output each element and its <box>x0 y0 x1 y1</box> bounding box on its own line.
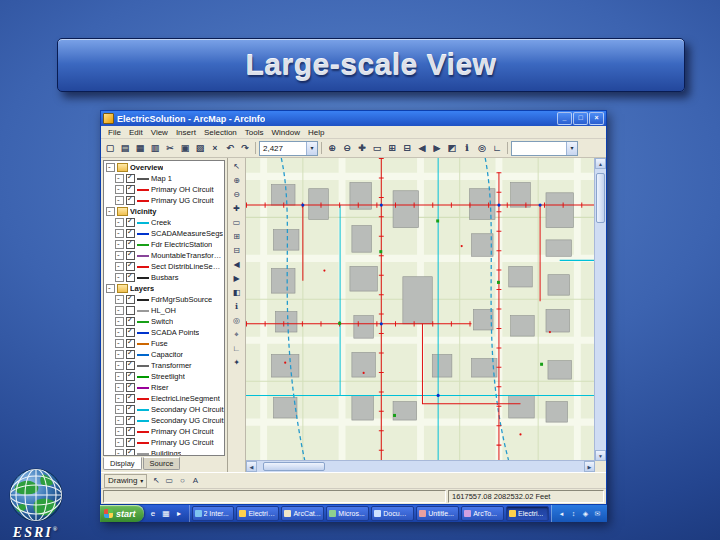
toc-row[interactable]: Riser <box>104 382 224 393</box>
toc-row[interactable]: Primary OH Circuit <box>104 426 224 437</box>
text-icon[interactable]: A <box>189 475 201 487</box>
taskbar-button[interactable]: Electric... <box>236 506 279 521</box>
layer-checkbox[interactable] <box>126 317 135 326</box>
layer-checkbox[interactable] <box>126 196 135 205</box>
mail-icon[interactable]: ✉ <box>593 509 602 518</box>
expander-icon[interactable] <box>106 284 115 293</box>
toc-row[interactable]: Buildings <box>104 448 224 456</box>
toc-tree[interactable]: Overview Map 1 <box>103 160 225 456</box>
back-tool[interactable]: ◀ <box>230 258 244 271</box>
layer-checkbox[interactable] <box>126 229 135 238</box>
layer-checkbox[interactable] <box>126 416 135 425</box>
menu-item[interactable]: Insert <box>172 128 200 137</box>
save-icon[interactable]: ▦ <box>133 141 147 155</box>
media-player-icon[interactable]: ▸ <box>174 508 185 519</box>
minimize-button[interactable]: _ <box>557 112 572 125</box>
copy-icon[interactable]: ▣ <box>178 141 192 155</box>
expander-icon[interactable] <box>115 328 124 337</box>
taskbar-button[interactable]: ArcCat... <box>281 506 324 521</box>
zoom-out-icon[interactable]: ⊖ <box>340 141 354 155</box>
open-folder-icon[interactable]: ▤ <box>118 141 132 155</box>
expander-icon[interactable] <box>115 383 124 392</box>
expander-icon[interactable] <box>115 394 124 403</box>
goto-xy-tool[interactable]: ⌖ <box>230 328 244 341</box>
undo-icon[interactable]: ↶ <box>223 141 237 155</box>
scroll-up-icon[interactable]: ▲ <box>595 158 606 169</box>
menu-item[interactable]: Tools <box>241 128 268 137</box>
delete-icon[interactable]: × <box>208 141 222 155</box>
expander-icon[interactable] <box>115 427 124 436</box>
layer-checkbox[interactable] <box>126 339 135 348</box>
expander-icon[interactable] <box>115 251 124 260</box>
expander-icon[interactable] <box>115 317 124 326</box>
toc-row[interactable]: Layers <box>104 283 224 294</box>
go-back-icon[interactable]: ◀ <box>415 141 429 155</box>
layer-checkbox[interactable] <box>126 438 135 447</box>
select-by-rectangle-tool[interactable]: ◧ <box>230 286 244 299</box>
expander-icon[interactable] <box>115 372 124 381</box>
scroll-track[interactable] <box>595 169 606 450</box>
expander-icon[interactable] <box>115 361 124 370</box>
pan-icon[interactable]: ✚ <box>355 141 369 155</box>
toc-row[interactable]: Capacitor <box>104 349 224 360</box>
expander-icon[interactable] <box>115 240 124 249</box>
toc-row[interactable]: Overview <box>104 162 224 173</box>
toc-row[interactable]: Primary UG Circuit <box>104 195 224 206</box>
expander-icon[interactable] <box>115 295 124 304</box>
tab-source[interactable]: Source <box>143 457 181 470</box>
select-features-icon[interactable]: ◩ <box>445 141 459 155</box>
antivirus-icon[interactable]: ◈ <box>581 509 590 518</box>
taskbar-button[interactable]: Electri... <box>506 506 549 521</box>
window-titlebar[interactable]: ElectricSolution - ArcMap - ArcInfo _ □ … <box>101 111 606 126</box>
network-icon[interactable]: ↕ <box>569 509 578 518</box>
paste-icon[interactable]: ▨ <box>193 141 207 155</box>
find-tool[interactable]: ◎ <box>230 314 244 327</box>
toc-row[interactable]: FdrMgrSubSource <box>104 294 224 305</box>
zoom-out-tool[interactable]: ⊖ <box>230 188 244 201</box>
expander-icon[interactable] <box>115 218 124 227</box>
identify-icon[interactable]: ℹ <box>460 141 474 155</box>
taskbar-button[interactable]: Untitle... <box>416 506 459 521</box>
menu-item[interactable]: Window <box>268 128 304 137</box>
taskbar-button[interactable]: Docum... <box>371 506 414 521</box>
toc-row[interactable]: Primary UG Circuit <box>104 437 224 448</box>
toc-row[interactable]: Vicinity <box>104 206 224 217</box>
layer-checkbox[interactable] <box>126 449 135 456</box>
layer-checkbox[interactable] <box>126 383 135 392</box>
maximize-button[interactable]: □ <box>573 112 588 125</box>
toc-row[interactable]: Transformer <box>104 360 224 371</box>
layer-checkbox[interactable] <box>126 251 135 260</box>
menu-item[interactable]: View <box>147 128 172 137</box>
menu-item[interactable]: Edit <box>125 128 147 137</box>
identify-tool[interactable]: ℹ <box>230 300 244 313</box>
layer-checkbox[interactable] <box>126 185 135 194</box>
layer-checkbox[interactable] <box>126 174 135 183</box>
chevron-down-icon[interactable]: ▾ <box>566 142 577 155</box>
scroll-down-icon[interactable]: ▼ <box>595 450 606 461</box>
expander-icon[interactable] <box>106 163 115 172</box>
toc-row[interactable]: Switch <box>104 316 224 327</box>
full-extent-icon[interactable]: ▭ <box>370 141 384 155</box>
layer-checkbox[interactable] <box>126 306 135 315</box>
toc-row[interactable]: HL_OH <box>104 305 224 316</box>
toc-row[interactable]: SCADAMeasureSegs <box>104 228 224 239</box>
expander-icon[interactable] <box>115 306 124 315</box>
tab-display[interactable]: Display <box>103 457 142 470</box>
toc-row[interactable]: Primary OH Circuit <box>104 184 224 195</box>
print-icon[interactable]: ▥ <box>148 141 162 155</box>
layer-checkbox[interactable] <box>126 350 135 359</box>
menu-item[interactable]: Help <box>304 128 328 137</box>
scale-combo[interactable]: 2,427 ▾ <box>259 141 318 156</box>
expander-icon[interactable] <box>115 350 124 359</box>
scroll-thumb[interactable] <box>263 462 325 471</box>
zoom-in-tool[interactable]: ⊕ <box>230 174 244 187</box>
drawing-menu[interactable]: Drawing ▾ <box>104 474 147 488</box>
pan-tool[interactable]: ✚ <box>230 202 244 215</box>
layer-checkbox[interactable] <box>126 372 135 381</box>
go-forward-icon[interactable]: ▶ <box>430 141 444 155</box>
toc-row[interactable]: Busbars <box>104 272 224 283</box>
toc-row[interactable]: Streetlight <box>104 371 224 382</box>
hyperlink-tool[interactable]: ✦ <box>230 356 244 369</box>
expander-icon[interactable] <box>115 339 124 348</box>
toc-row[interactable]: MountableTransformer <box>104 250 224 261</box>
